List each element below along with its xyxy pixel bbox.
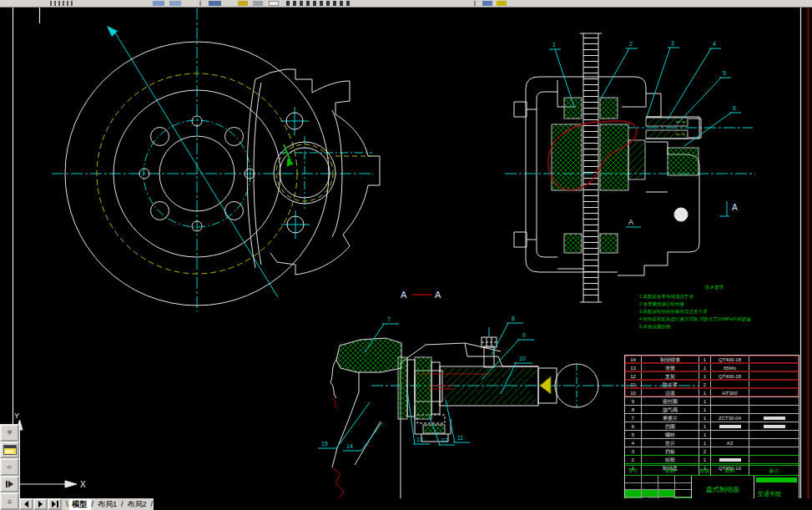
callout-number: 10 — [519, 356, 526, 361]
cell-no: 2 — [625, 456, 642, 463]
layout-tabs: \ 模型 / 布局1 / 布局2 / — [62, 498, 154, 510]
layout-tab-bar: \ 模型 / 布局1 / 布局2 / — [19, 498, 812, 510]
cell-material — [711, 456, 749, 463]
toolbar-icon[interactable] — [209, 1, 221, 6]
cell-qty: 1 — [699, 431, 711, 438]
main-section-view: 1 2 3 4 5 6 A A — [505, 33, 755, 302]
cell-remark — [749, 372, 799, 380]
table-row: 3 挡板 2 — [625, 447, 799, 455]
tab-model[interactable]: 模型 — [69, 499, 91, 510]
cell-no: 9 — [625, 397, 642, 405]
cell-name: 放气阀 — [642, 406, 699, 413]
cell-material: HT300 — [711, 389, 749, 396]
cell-name: 支架 — [642, 372, 699, 380]
cell-name: 挡板 — [642, 447, 699, 455]
toolbar-icon[interactable] — [238, 1, 248, 6]
callout-number: 1 — [552, 42, 556, 48]
table-row: 14 制动钳体 1 QT400-18 — [625, 356, 799, 363]
parts-table: 14 制动钳体 1 QT400-18 13 弹簧 1 65Mn 12 支架 1 … — [624, 355, 799, 501]
cell-no: 6 — [625, 422, 642, 430]
cell-qty: 2 — [699, 381, 711, 388]
toolbar-icon[interactable] — [269, 1, 279, 6]
tab-scroll-last-icon[interactable] — [48, 498, 62, 510]
org-name: 交通学院 — [758, 490, 781, 498]
cell-material — [711, 422, 749, 430]
cell-name: 活塞 — [642, 389, 699, 396]
cell-qty: 1 — [699, 456, 711, 463]
toolbar-icon[interactable] — [497, 1, 507, 6]
cell-qty: 1 — [699, 364, 711, 371]
aa-title-right: A — [435, 290, 441, 300]
tab-layout1[interactable]: 布局1 — [94, 499, 120, 510]
parts-table-header: 序号 名称 数量 材料 备注 — [625, 465, 799, 476]
callout-number: 15 — [321, 441, 328, 447]
callout-number: 12 — [441, 437, 448, 443]
tab-scroll-left-icon[interactable] — [19, 498, 33, 510]
cad-application-window: 1 2 3 4 5 6 A A A A — [0, 0, 812, 510]
cell-remark — [749, 439, 799, 447]
table-row: 13 弹簧 1 65Mn — [625, 363, 799, 371]
cell-no: 10 — [625, 389, 642, 396]
toolbar-icon[interactable] — [253, 1, 263, 6]
header-name: 名称 — [642, 466, 699, 475]
tech-notes: 1.装配前各零件须清洗干净2.各摩擦面涂以制动液3.装配后制动钳应移动灵活无卡滞… — [639, 293, 764, 331]
cell-no: 11 — [625, 381, 642, 388]
cell-remark — [749, 422, 799, 430]
header-material: 材料 — [711, 466, 749, 475]
tab-scroll-right-icon[interactable] — [33, 498, 48, 510]
cell-remark — [749, 397, 799, 405]
cell-remark — [749, 414, 799, 422]
cell-material: A3 — [711, 439, 749, 447]
cell-material: QT400-18 — [711, 356, 749, 363]
callout-number: 5 — [723, 70, 726, 76]
callout-number: 3 — [671, 40, 674, 46]
cell-material — [711, 397, 749, 405]
toolbar-icon[interactable] — [153, 1, 164, 6]
table-row: 2 轮毂 1 — [625, 455, 799, 463]
tech-notes-title: 技术要求 — [705, 285, 724, 290]
cell-qty: 1 — [699, 439, 711, 447]
cell-no: 8 — [625, 406, 642, 413]
ucs-y-label: Y — [14, 412, 19, 420]
cell-qty: 1 — [699, 372, 711, 380]
cell-name: 螺栓 — [642, 431, 699, 438]
table-row: 5 螺栓 1 — [625, 430, 799, 438]
parts-rows: 14 制动钳体 1 QT400-18 13 弹簧 1 65Mn 12 支架 1 … — [625, 356, 799, 465]
tech-note-line: 3.装配后制动钳应移动灵活无卡滞 — [639, 308, 764, 316]
cell-material: 65Mn — [711, 364, 749, 371]
drawing-title: 盘式制动器 — [706, 485, 739, 494]
list-icon[interactable]: ≡ — [0, 492, 19, 510]
toolbar-icon[interactable] — [169, 1, 181, 6]
toolbar-separator — [199, 1, 201, 6]
table-row: 4 垫片 1 A3 — [625, 438, 799, 447]
cell-remark — [749, 431, 799, 438]
table-row: 9 密封圈 1 — [625, 396, 799, 405]
table-row: 12 支架 1 QT400-18 — [625, 371, 799, 380]
tech-note-line: 2.各摩擦面涂以制动液 — [639, 300, 764, 308]
cell-remark — [749, 364, 799, 371]
run-script-icon[interactable] — [0, 476, 19, 493]
org-bar — [756, 477, 797, 482]
cell-name: 密封圈 — [642, 397, 699, 405]
redraw-icon[interactable]: ◃· — [0, 458, 19, 476]
callout-number: 8 — [512, 316, 515, 321]
cell-qty: 1 — [699, 389, 711, 396]
cell-material: ZCT30-04 — [711, 414, 749, 422]
aa-title-left: A — [401, 290, 407, 300]
cell-no: 7 — [625, 414, 642, 422]
ucs-icon: X Y — [14, 412, 86, 491]
section-label: A — [628, 218, 633, 226]
explode-icon[interactable]: ✳ — [0, 424, 19, 442]
bleed-valve-detail — [540, 376, 551, 394]
cell-qty: 1 — [699, 406, 711, 413]
tab-layout2[interactable]: 布局2 — [124, 499, 150, 510]
cell-name: 挡圈 — [642, 422, 699, 430]
cell-remark — [749, 406, 799, 413]
top-toolbar — [0, 0, 812, 8]
cell-material — [711, 447, 749, 455]
text-window-icon[interactable] — [0, 442, 19, 459]
toolbar-label-fragment — [286, 1, 351, 6]
toolbar-icon[interactable] — [482, 1, 492, 6]
cell-no: 4 — [625, 439, 642, 447]
title-block: 04.6.6 盘式制动器 交通学院 — [625, 476, 799, 500]
